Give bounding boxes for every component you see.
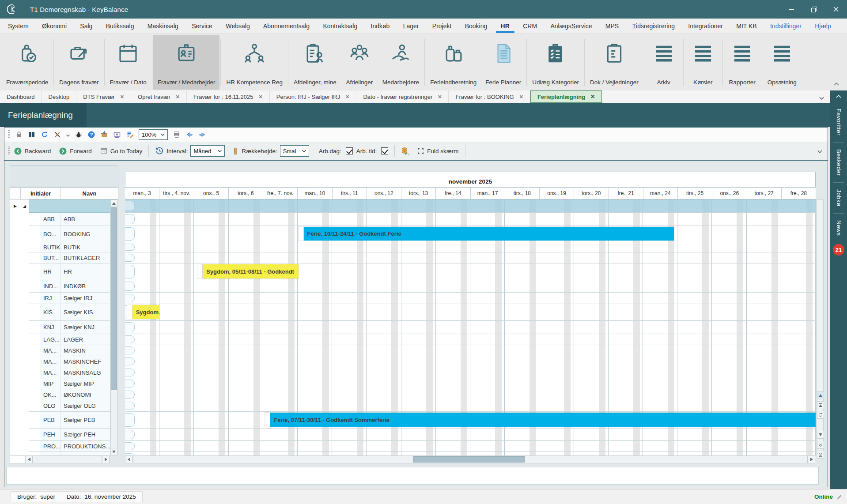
go-to-today-button[interactable]: Go to Today: [100, 147, 143, 155]
row-entry-pill[interactable]: [125, 227, 135, 241]
fullscreen-button[interactable]: Fuld skærm: [417, 147, 458, 155]
ribbon-button-afdelinger[interactable]: Afdelinger: [341, 35, 378, 90]
row-entry-pill[interactable]: [125, 357, 135, 365]
menu-item-anlægsservice[interactable]: AnlægsService: [549, 19, 593, 33]
scroll-up-button[interactable]: [110, 199, 117, 207]
tab-close-icon[interactable]: ✕: [590, 94, 595, 100]
side-tab-favoritter[interactable]: Favoritter: [836, 102, 842, 142]
grid-row-booking[interactable]: BO...BOOKING: [10, 226, 110, 242]
tab-close-icon[interactable]: ✕: [176, 94, 180, 100]
tab-fravær-for-booking[interactable]: Fravær for : BOOKING✕: [449, 90, 530, 103]
row-entry-pill[interactable]: [125, 430, 135, 439]
gantt-scroll-left-button[interactable]: [125, 455, 132, 463]
grid-column-header-initialer[interactable]: Initialer: [20, 188, 60, 199]
row-entry-pill[interactable]: [125, 369, 135, 376]
strip-collapse-chevron-icon[interactable]: [836, 90, 841, 102]
tab-close-icon[interactable]: ✕: [259, 94, 263, 100]
scroll-top-button[interactable]: [817, 401, 824, 409]
arrow-right-icon[interactable]: [198, 131, 206, 139]
scroll-down-button[interactable]: [110, 448, 117, 455]
grid-scroll-right-button[interactable]: [102, 455, 110, 463]
menu-item-booking[interactable]: Booking: [464, 19, 488, 33]
menu-item-mps[interactable]: MPS: [605, 19, 620, 33]
minimize-button[interactable]: [781, 0, 803, 19]
tab-close-icon[interactable]: ✕: [438, 94, 442, 100]
menu-item-salg[interactable]: Salg: [79, 19, 93, 33]
menu-item-hr[interactable]: HR: [500, 19, 510, 33]
maximize-button[interactable]: [803, 0, 825, 19]
menu-item-butikssalg[interactable]: Butikssalg: [105, 19, 135, 33]
bar-resize-handle[interactable]: [197, 264, 203, 278]
ribbon-button-hr-kompetence-reg[interactable]: HR Kompetence Reg: [222, 35, 287, 90]
page-down-button[interactable]: [817, 441, 824, 449]
row-entry-pill[interactable]: [125, 201, 135, 211]
menu-item-maskinsalg[interactable]: Maskinsalg: [147, 19, 179, 33]
gantt-bar-ferie[interactable]: Ferie, 07/11-30/11 - Godkendt Sommerferi…: [265, 413, 816, 427]
scrollbar-thumb[interactable]: [413, 456, 525, 463]
tab-close-icon[interactable]: ✕: [345, 94, 349, 100]
menu-item-hjælp[interactable]: Hjælp: [814, 19, 832, 33]
grid-row-lager[interactable]: LAG...LAGER: [10, 334, 110, 345]
row-entry-pill[interactable]: [125, 380, 135, 387]
grid-row-maskinsalg[interactable]: MA...MASKINSALG: [10, 367, 110, 378]
gantt-bar-sygdom[interactable]: Sygdom,: [127, 305, 160, 319]
gantt-scroll-right-button[interactable]: [808, 455, 815, 463]
grid-column-header-navn[interactable]: Navn: [60, 188, 118, 199]
row-entry-pill[interactable]: [125, 391, 135, 399]
tab-fravær-for-16-11-2025[interactable]: Fravær for : 16.11.2025✕: [187, 90, 270, 103]
workday-checkbox[interactable]: [346, 147, 353, 154]
row-entry-pill[interactable]: [125, 254, 135, 262]
ribbon-button-kørsler[interactable]: Kørsler: [684, 35, 722, 90]
menu-item-kontraktsalg[interactable]: Kontraktsalg: [322, 19, 358, 33]
tab-dashboard[interactable]: Dashboard: [0, 90, 42, 103]
grid-row-produktions[interactable]: PRO...PRODUKTIONS...: [10, 441, 110, 452]
ribbon-button-udlæg-kategorier[interactable]: Udlæg Kategorier: [528, 35, 583, 90]
tab-close-icon[interactable]: ✕: [519, 94, 523, 100]
gantt-bar-sygdom[interactable]: Sygdom, 05/11-08/11 - Godkendt: [197, 264, 298, 278]
menu-item-indkøb[interactable]: Indkøb: [370, 19, 391, 33]
group-expand-icon[interactable]: ◢: [20, 199, 29, 213]
cut-icon[interactable]: [53, 131, 61, 139]
menu-item-lager[interactable]: Lager: [402, 19, 420, 33]
scroll-up-button[interactable]: [817, 391, 824, 399]
import-icon[interactable]: [113, 131, 121, 139]
grid-row-butik[interactable]: BUTIKBUTIK: [10, 242, 110, 252]
ribbon-button-ferieindberetning[interactable]: Ferieindberetning: [426, 35, 481, 90]
row-entry-pill[interactable]: [125, 294, 135, 302]
tab-dato-fravær-registreringer[interactable]: Dato - fravær registreringer✕: [356, 90, 449, 103]
columns-icon[interactable]: [28, 131, 36, 139]
row-entry-pill[interactable]: [125, 346, 135, 354]
tab-ferieplanlægning[interactable]: Ferieplanlægning✕: [530, 90, 602, 103]
help-icon[interactable]: ?: [87, 131, 95, 139]
ribbon-button-afdelinger-mine[interactable]: Afdelinger, mine: [289, 35, 341, 90]
refresh-icon[interactable]: [41, 131, 49, 139]
side-tab-beskeder[interactable]: Beskeder: [836, 143, 842, 182]
row-entry-pill[interactable]: [125, 442, 135, 450]
scroll-bottom-button[interactable]: [817, 451, 824, 459]
ribbon-button-fravær-medarbejder[interactable]: Fravær / Medarbejder: [153, 35, 220, 90]
chevron-down-icon[interactable]: [66, 132, 70, 138]
tab-overflow-chevron-icon[interactable]: [819, 94, 824, 101]
edit-icon[interactable]: [126, 131, 134, 139]
backward-button[interactable]: Backward: [14, 147, 51, 155]
row-entry-pill[interactable]: [125, 413, 135, 427]
grid-horizontal-scrollbar[interactable]: [33, 455, 102, 463]
ribbon-button-medarbejdere[interactable]: Medarbejdere: [378, 35, 424, 90]
bar-resize-handle[interactable]: [127, 305, 132, 319]
arrow-left-icon[interactable]: [185, 131, 193, 139]
ribbon-button-opsætning[interactable]: Opsætning: [763, 35, 801, 90]
row-height-select[interactable]: Smal: [280, 145, 309, 157]
toolbar-grip-icon[interactable]: [8, 130, 10, 139]
menu-item-mit-kb[interactable]: MIT KB: [735, 19, 757, 33]
worktime-checkbox[interactable]: [381, 147, 388, 154]
grid-row-sælger-peb[interactable]: PEBSælger PEB: [10, 412, 110, 429]
menu-item-tidsregistrering[interactable]: Tidsregistrering: [631, 19, 676, 33]
row-entry-pill[interactable]: [125, 265, 135, 278]
archive-icon[interactable]: [100, 131, 108, 139]
menu-item-service[interactable]: Service: [191, 19, 213, 33]
forward-button[interactable]: Forward: [59, 147, 92, 155]
menu-item-websalg[interactable]: Websalg: [225, 19, 250, 33]
menu-item-crm[interactable]: CRM: [522, 19, 538, 33]
grid-row-abb[interactable]: ABBABB: [10, 213, 110, 226]
row-entry-pill[interactable]: [125, 335, 135, 343]
